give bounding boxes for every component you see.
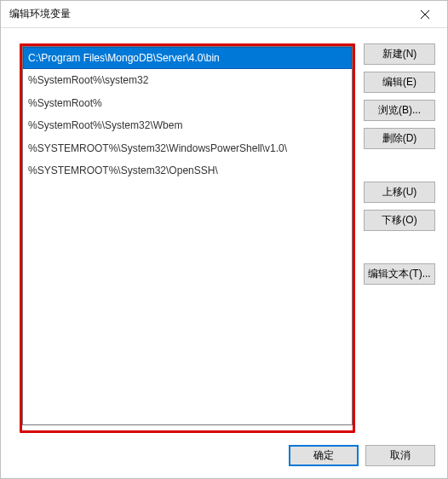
cancel-button[interactable]: 取消 xyxy=(365,445,435,466)
dialog-footer: 确定 取消 xyxy=(1,433,447,478)
browse-button[interactable]: 浏览(B)... xyxy=(364,100,435,121)
edit-button[interactable]: 编辑(E) xyxy=(364,72,435,93)
edit-text-button[interactable]: 编辑文本(T)... xyxy=(364,263,435,285)
list-highlight-frame: C:\Program Files\MongoDB\Server\4.0\bin%… xyxy=(20,43,355,433)
list-item[interactable]: %SYSTEMROOT%\System32\WindowsPowerShell\… xyxy=(23,137,352,159)
close-button[interactable] xyxy=(405,2,444,27)
window-title: 编辑环境变量 xyxy=(9,7,71,21)
side-buttons: 新建(N) 编辑(E) 浏览(B)... 删除(D) 上移(U) 下移(O) 编… xyxy=(364,43,435,433)
list-item[interactable]: %SystemRoot%\system32 xyxy=(23,69,352,91)
move-up-button[interactable]: 上移(U) xyxy=(364,182,435,203)
list-item[interactable]: %SystemRoot% xyxy=(23,92,352,114)
delete-button[interactable]: 删除(D) xyxy=(364,128,435,149)
spacer xyxy=(364,156,435,175)
close-icon xyxy=(420,9,430,20)
list-item[interactable]: %SystemRoot%\System32\Wbem xyxy=(23,114,352,136)
list-item[interactable]: %SYSTEMROOT%\System32\OpenSSH\ xyxy=(23,159,352,182)
path-listbox[interactable]: C:\Program Files\MongoDB\Server\4.0\bin%… xyxy=(22,46,353,425)
list-item[interactable]: C:\Program Files\MongoDB\Server\4.0\bin xyxy=(23,47,352,69)
spacer xyxy=(364,238,435,257)
move-down-button[interactable]: 下移(O) xyxy=(364,210,435,231)
dialog-content: C:\Program Files\MongoDB\Server\4.0\bin%… xyxy=(1,28,447,433)
ok-button[interactable]: 确定 xyxy=(289,445,359,466)
titlebar: 编辑环境变量 xyxy=(1,1,447,28)
new-button[interactable]: 新建(N) xyxy=(364,43,435,65)
dialog-window: 编辑环境变量 C:\Program Files\MongoDB\Server\4… xyxy=(0,0,448,479)
